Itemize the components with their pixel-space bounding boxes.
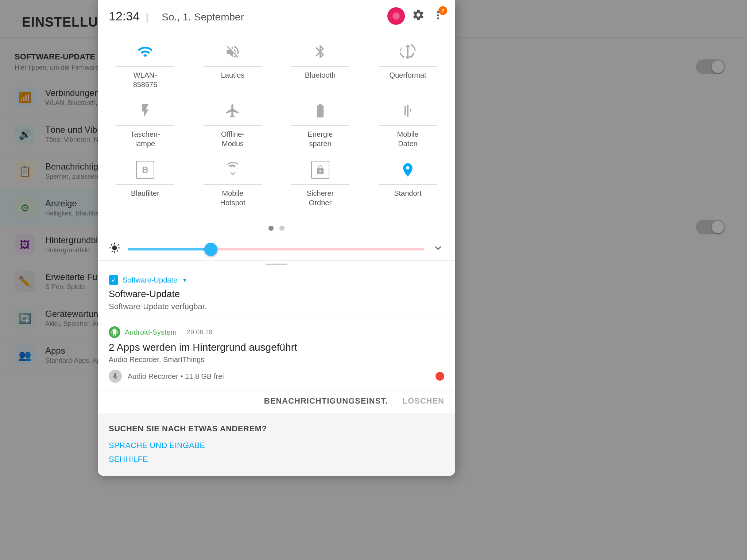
notification-delete-button[interactable]: LÖSCHEN bbox=[402, 396, 444, 406]
record-button[interactable] bbox=[387, 7, 405, 25]
notification-badge-count: 2 bbox=[438, 6, 447, 15]
brightness-slider[interactable] bbox=[128, 248, 425, 250]
more-options-button[interactable]: 2 bbox=[432, 9, 444, 23]
lautlos-label: Lautlos bbox=[221, 70, 245, 80]
quick-standort[interactable]: Standort bbox=[371, 156, 444, 207]
status-separator: | bbox=[146, 11, 148, 23]
hotspot-label: MobileHotspot bbox=[220, 188, 245, 207]
quick-wlan[interactable]: WLAN-858576 bbox=[109, 38, 182, 89]
wlan-label: WLAN-858576 bbox=[133, 70, 158, 89]
search-question: SUCHEN SIE NACH ETWAS ANDEREM? bbox=[109, 424, 444, 433]
sw-update-body: Software-Update verfügbar. bbox=[109, 302, 444, 311]
quick-blaufilter[interactable]: B Blaufilter bbox=[109, 156, 182, 207]
bluetooth-label: Bluetooth bbox=[305, 70, 336, 80]
energie-label: Energiesparen bbox=[308, 129, 333, 148]
brightness-thumb[interactable] bbox=[204, 243, 217, 256]
notification-settings-button[interactable]: BENACHRICHTIGUNGSEINST. bbox=[264, 396, 388, 406]
dot-1 bbox=[268, 226, 274, 231]
search-link-sprache[interactable]: SPRACHE UND EINGABE bbox=[109, 441, 444, 450]
quick-row-1: WLAN-858576 Lautlos Bluetooth bbox=[109, 38, 444, 89]
notification-software-update[interactable]: ✓ Software-Update ▾ Software-Update Soft… bbox=[98, 268, 455, 319]
quick-querformat[interactable]: Querformat bbox=[371, 38, 444, 89]
quick-sicherer-ordner[interactable]: SichererOrdner bbox=[284, 156, 357, 207]
status-bar: 12:34 | So., 1. September 2 bbox=[98, 0, 455, 30]
bottom-search: SUCHEN SIE NACH ETWAS ANDEREM? SPRACHE U… bbox=[98, 413, 455, 476]
collapse-panel-button[interactable] bbox=[432, 242, 444, 257]
settings-gear-icon[interactable] bbox=[412, 9, 425, 24]
blaufilter-icon: B bbox=[136, 161, 154, 179]
record-inner bbox=[392, 12, 400, 20]
android-sub-text: Audio Recorder • 11,8 GB frei bbox=[128, 372, 224, 381]
android-icon bbox=[109, 326, 120, 338]
taschenlampe-label: Taschen-lampe bbox=[130, 129, 160, 148]
android-time: 29.06.19 bbox=[187, 328, 212, 336]
standort-label: Standort bbox=[394, 188, 422, 198]
notification-android-system: Android-System 29.06.19 2 Apps werden im… bbox=[98, 319, 455, 390]
quick-bluetooth[interactable]: Bluetooth bbox=[284, 38, 357, 89]
android-notif-title: 2 Apps werden im Hintergrund ausgeführt bbox=[109, 342, 444, 353]
brightness-row bbox=[98, 238, 455, 261]
android-app-name: Android-System bbox=[125, 328, 177, 337]
search-link-sehhilfe[interactable]: SEHHILFE bbox=[109, 455, 444, 464]
panel-drag-handle[interactable] bbox=[98, 261, 455, 268]
querformat-label: Querformat bbox=[389, 70, 426, 80]
quick-mobile-daten[interactable]: MobileDaten bbox=[371, 97, 444, 148]
sw-update-title: Software-Update bbox=[109, 288, 444, 300]
sicherer-ordner-label: SichererOrdner bbox=[307, 188, 334, 207]
status-left: 12:34 | So., 1. September bbox=[109, 9, 244, 23]
offline-label: Offline-Modus bbox=[221, 129, 244, 148]
quick-energie[interactable]: Energiesparen bbox=[284, 97, 357, 148]
notification-actions: BENACHRICHTIGUNGSEINST. LÖSCHEN bbox=[98, 390, 455, 413]
status-time: 12:34 bbox=[109, 9, 140, 23]
sw-update-app-name: Software-Update bbox=[123, 276, 177, 284]
quick-lautlos[interactable]: Lautlos bbox=[196, 38, 269, 89]
sicherer-ordner-icon bbox=[311, 161, 329, 179]
brightness-icon bbox=[109, 242, 120, 256]
status-right: 2 bbox=[387, 7, 444, 25]
status-date: So., 1. September bbox=[162, 11, 244, 23]
quick-taschenlampe[interactable]: Taschen-lampe bbox=[109, 97, 182, 148]
sw-update-checkbox[interactable]: ✓ bbox=[109, 275, 118, 285]
quick-toggles: WLAN-858576 Lautlos Bluetooth bbox=[98, 30, 455, 222]
quick-offline[interactable]: Offline-Modus bbox=[196, 97, 269, 148]
recording-indicator bbox=[436, 372, 444, 381]
mic-icon bbox=[109, 370, 122, 383]
quick-row-2: Taschen-lampe Offline-Modus Energies bbox=[109, 97, 444, 148]
quick-row-3: B Blaufilter MobileHotspot bbox=[109, 156, 444, 207]
dot-2 bbox=[279, 226, 285, 231]
pagination-dots bbox=[98, 222, 455, 238]
quick-hotspot[interactable]: MobileHotspot bbox=[196, 156, 269, 207]
mobile-daten-label: MobileDaten bbox=[397, 129, 419, 148]
android-notif-body: Audio Recorder, SmartThings bbox=[109, 355, 444, 364]
sw-update-chevron: ▾ bbox=[183, 276, 186, 284]
blaufilter-label: Blaufilter bbox=[131, 188, 159, 198]
notification-panel: 12:34 | So., 1. September 2 bbox=[98, 0, 455, 476]
